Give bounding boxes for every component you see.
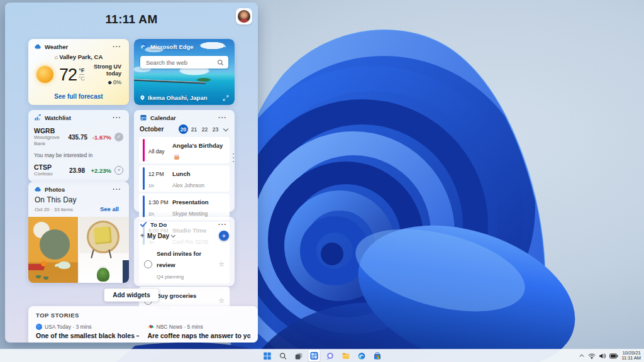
event-title: Angela's Birthday [172,142,223,149]
chat-bubble-icon [326,352,334,360]
edge-search-box[interactable] [140,56,228,69]
see-full-forecast-link[interactable]: See full forecast [28,92,129,101]
user-avatar-button[interactable] [236,8,252,25]
calendar-widget[interactable]: Calendar ··· October 20 21 22 23 All day… [134,110,235,212]
news-story[interactable]: NBC News · 5 mins Are coffee naps the an… [148,324,251,339]
search-input[interactable] [145,58,217,67]
see-all-link[interactable]: See all [96,205,123,213]
stock-row[interactable]: CTSP Contoso 23.98 +2.23% + [28,160,129,180]
speaker-icon [599,353,606,359]
chevron-down-icon [171,233,175,237]
event-duration: 1h [148,211,154,217]
weather-widget[interactable]: Weather ··· ⌂Valley Park, CA 72 °F °C St… [28,39,129,105]
day-cell[interactable]: 22 [200,124,209,134]
unit-fahrenheit[interactable]: °F [79,67,85,75]
edge-more-button[interactable]: ··· [216,43,229,50]
stock-name: Contoso [34,171,53,177]
star-button[interactable]: ☆ [218,261,225,268]
todo-more-button[interactable]: ··· [216,221,229,228]
start-button[interactable] [262,350,273,361]
day-cell-selected[interactable]: 20 [179,124,188,134]
todo-check-icon [140,221,147,228]
weather-more-button[interactable]: ··· [111,43,123,50]
edge-photo-caption: Ikema Ohashi, Japan [148,94,208,101]
events-scrollbar[interactable] [233,153,234,162]
my-day-selector[interactable]: ☀ My Day + [134,230,235,244]
day-cell[interactable]: 23 [211,124,220,134]
droplet-icon [108,80,112,84]
tray-chevron-up-button[interactable] [579,353,585,359]
story-meta: NBC News · 5 mins [157,324,203,330]
usa-today-logo-icon [36,324,42,330]
avatar-image [238,10,250,23]
task-checkbox[interactable] [144,260,152,268]
watchlist-title: Watchlist [45,114,71,121]
home-icon: ⌂ [55,54,58,60]
stock-added-check-button[interactable]: ✓ [114,133,123,141]
weather-title: Weather [45,43,68,50]
event-color-bar [143,167,145,190]
battery-button[interactable] [609,353,618,359]
photos-widget[interactable]: Photos ··· On This Day Oct 20 · 33 items… [28,182,129,283]
expand-icon[interactable] [223,95,229,101]
task-subtitle: Q4 planning [157,274,184,280]
photos-title: Photos [45,186,65,193]
watchlist-widget[interactable]: Watchlist ··· WGRB Woodgrove Bank 435.75… [28,110,129,182]
add-stock-button[interactable]: + [114,166,123,175]
add-task-button[interactable]: + [219,231,229,241]
location-pin-icon [140,95,145,101]
widgets-icon [310,351,319,360]
day-cell[interactable]: 21 [189,124,199,134]
event-title: Lunch [172,170,191,177]
task-title: Buy groceries [157,292,196,299]
weather-cloud-icon [34,43,42,50]
calendar-month-label: October [140,126,164,133]
stock-change: -1.67% [91,134,111,141]
task-view-button[interactable] [293,350,304,361]
watchlist-more-button[interactable]: ··· [111,114,123,121]
story-headline: Are coffee naps the answer to your [148,332,251,339]
event-color-bar [143,139,145,162]
photos-more-button[interactable]: ··· [111,185,123,193]
calendar-event-row[interactable]: All day Angela's Birthday [139,137,230,163]
todo-title: To Do [150,221,167,228]
event-color-bar [143,195,145,218]
calendar-title: Calendar [150,114,176,121]
photo-thumbnail[interactable] [28,217,78,283]
event-time: 1:30 PM [148,199,169,206]
battery-icon [609,353,618,359]
wifi-status-button[interactable] [588,353,596,359]
calendar-event-row[interactable]: 12 PM1h LunchAlex Johnson [139,165,230,192]
news-story[interactable]: USA Today · 3 mins One of the smallest b… [36,324,139,339]
photo-thumbnail[interactable] [79,217,129,283]
file-explorer-button[interactable] [340,350,352,361]
story-headline: One of the smallest black holes — and [36,332,139,339]
chat-button[interactable] [325,350,336,361]
star-button[interactable]: ☆ [218,297,225,304]
search-icon[interactable] [217,59,224,66]
temperature-value: 72 [59,67,77,83]
calendar-more-button[interactable]: ··· [216,114,229,121]
search-button[interactable] [277,350,289,361]
top-stories-heading: TOP STORIES [28,306,258,324]
microsoft-store-button[interactable] [372,350,383,361]
todo-widget[interactable]: To Do ··· ☀ My Day + Send invites for re… [134,217,235,286]
edge-widget[interactable]: Microsoft Edge ··· Ikema Ohashi, Japan [134,39,235,105]
edge-browser-button[interactable] [356,350,367,361]
sun-icon [36,66,53,83]
stock-row[interactable]: WGRB Woodgrove Bank 435.75 -1.67% ✓ [28,123,129,150]
chevron-down-icon[interactable] [223,126,228,131]
calendar-event-row[interactable]: 1:30 PM1h PresentationSkype Meeting [139,194,230,220]
stock-change: +2.23% [89,167,111,174]
photos-meta: Oct 20 · 33 items [35,207,73,212]
search-icon [279,352,287,360]
add-widgets-button[interactable]: Add widgets [104,288,158,302]
desktop: 11:11 AM Weather ··· ⌂Valley Park, CA 72… [0,0,644,362]
widgets-button[interactable] [309,350,320,361]
task-row[interactable]: Send invites for reviewQ4 planning ☆ [139,244,230,283]
volume-button[interactable] [599,353,606,359]
tray-clock[interactable]: 10/20/21 11:11 AM [621,351,641,361]
unit-celsius[interactable]: °C [79,75,85,82]
weather-location: ⌂Valley Park, CA [28,53,129,60]
edge-logo-icon [357,352,365,360]
